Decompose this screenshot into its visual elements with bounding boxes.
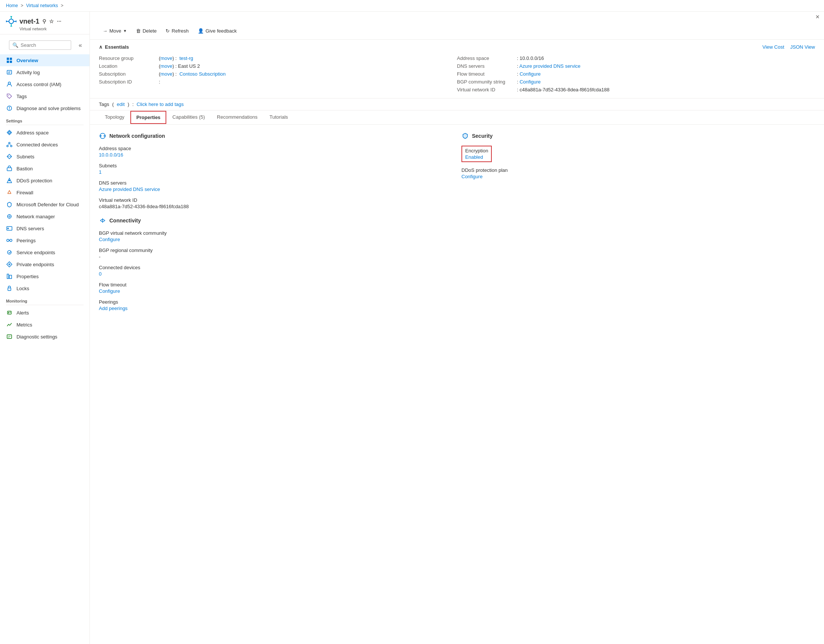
sidebar-item-service-endpoints[interactable]: Service endpoints <box>0 246 89 258</box>
sidebar-item-subnets[interactable]: Subnets <box>0 151 89 163</box>
tab-capabilities[interactable]: Capabilities (5) <box>166 111 211 124</box>
prop-vnet-id-value: c48a881a-7d52-4336-8dea-f8616fcda188 <box>99 204 452 209</box>
prop-subnets-value: 1 <box>99 169 452 175</box>
sidebar-item-access-control[interactable]: Access control (IAM) <box>0 78 89 90</box>
sidebar-item-ddos[interactable]: DDoS protection <box>0 174 89 186</box>
metrics-icon <box>6 321 13 328</box>
svg-rect-49 <box>10 312 11 313</box>
close-button[interactable]: × <box>815 13 819 21</box>
sidebar-item-activity-log[interactable]: Activity log <box>0 66 89 78</box>
essentials-subscription-move[interactable]: move <box>160 71 172 77</box>
monitoring-section-label: Monitoring <box>0 294 89 305</box>
sidebar-item-label-defender: Microsoft Defender for Cloud <box>17 202 78 207</box>
sidebar-item-dns-servers[interactable]: DNS servers <box>0 223 89 234</box>
sidebar-item-address-space[interactable]: Address space <box>0 126 89 138</box>
tab-recommendations[interactable]: Recommendations <box>211 111 263 124</box>
essentials-subscription-link[interactable]: Contoso Subscription <box>180 71 226 77</box>
sidebar-item-metrics[interactable]: Metrics <box>0 319 89 330</box>
svg-rect-50 <box>7 335 12 338</box>
essentials-toggle[interactable]: ∧ Essentials <box>99 44 129 50</box>
essentials-location-label: Location <box>99 63 159 69</box>
sidebar-item-label-overview: Overview <box>17 58 38 63</box>
essentials-bgp-link[interactable]: Configure <box>520 79 541 85</box>
prop-ddos-link[interactable]: Configure <box>461 174 483 179</box>
svg-point-20 <box>9 109 10 110</box>
tags-label: Tags <box>99 101 109 107</box>
prop-address-space-link[interactable]: 10.0.0.0/16 <box>99 152 123 158</box>
star-icon[interactable]: ☆ <box>49 18 54 25</box>
essentials-header: ∧ Essentials View Cost JSON View <box>99 44 815 50</box>
pin-icon[interactable]: ⚲ <box>42 18 46 25</box>
essentials-subscription-label: Subscription <box>99 71 159 77</box>
delete-button[interactable]: 🗑 Delete <box>132 26 161 35</box>
search-input[interactable] <box>21 42 68 48</box>
prop-flow-timeout-link[interactable]: Configure <box>99 288 120 294</box>
prop-subnets-link[interactable]: 1 <box>99 169 101 175</box>
prop-dns-link[interactable]: Azure provided DNS service <box>99 186 160 192</box>
view-cost-link[interactable]: View Cost <box>762 44 784 50</box>
collapse-button[interactable]: « <box>76 40 85 50</box>
essentials-rg-move-link[interactable]: move <box>160 55 172 61</box>
move-label: Move <box>109 28 121 34</box>
svg-rect-13 <box>7 71 12 74</box>
locks-icon <box>6 285 13 292</box>
sidebar-item-network-manager[interactable]: Network manager <box>0 211 89 223</box>
prop-bgp-community: BGP virtual network community Configure <box>99 230 452 242</box>
subnets-icon <box>6 153 13 160</box>
sidebar-item-label-firewall: Firewall <box>17 190 33 195</box>
sidebar-item-label-private-endpoints: Private endpoints <box>17 262 54 267</box>
sidebar-item-properties[interactable]: Properties <box>0 271 89 282</box>
tab-topology[interactable]: Topology <box>99 111 130 124</box>
prop-ddos-label: DDoS protection plan <box>461 168 815 173</box>
sidebar-item-label-alerts: Alerts <box>17 310 29 316</box>
tabs-bar: Topology Properties Capabilities (5) Rec… <box>90 111 824 124</box>
sidebar-item-overview[interactable]: Overview <box>0 54 89 66</box>
essentials-dns-value: : Azure provided DNS service <box>517 63 581 69</box>
sidebar-item-label-dns: DNS servers <box>17 226 44 231</box>
ddos-icon <box>6 177 13 184</box>
sidebar-item-tags[interactable]: Tags <box>0 90 89 102</box>
sidebar-item-bastion[interactable]: Bastion <box>0 163 89 174</box>
iam-icon <box>6 81 13 88</box>
essentials-vnetid-value: : c48a881a-7d52-4336-8dea-f8616fcda188 <box>517 87 609 92</box>
sidebar-item-diagnostic-settings[interactable]: Diagnostic settings <box>0 330 89 343</box>
tags-icon <box>6 93 13 100</box>
sidebar-item-connected-devices[interactable]: Connected devices <box>0 138 89 151</box>
sidebar: vnet-1 ⚲ ☆ ··· Virtual network 🔍 « Overv… <box>0 12 90 644</box>
sidebar-item-defender[interactable]: Microsoft Defender for Cloud <box>0 198 89 211</box>
essentials-flow-value: : Configure <box>517 71 541 77</box>
prop-encryption-link[interactable]: Enabled <box>465 154 483 160</box>
sidebar-item-firewall[interactable]: Firewall <box>0 186 89 198</box>
more-icon[interactable]: ··· <box>57 18 61 25</box>
move-button[interactable]: → Move ▼ <box>99 26 131 35</box>
essentials-dns-link[interactable]: Azure provided DNS service <box>520 63 581 69</box>
breadcrumb-virtual-networks[interactable]: Virtual networks <box>26 3 58 8</box>
prop-bgp-community-link[interactable]: Configure <box>99 237 120 242</box>
breadcrumb-home[interactable]: Home <box>6 3 18 8</box>
prop-ddos: DDoS protection plan Configure <box>461 168 815 179</box>
network-config-header: Network configuration <box>99 132 452 140</box>
json-view-link[interactable]: JSON View <box>790 44 815 50</box>
essentials-vnetid-row: Virtual network ID : c48a881a-7d52-4336-… <box>457 86 815 94</box>
tags-edit-link[interactable]: edit <box>117 101 125 107</box>
tags-add-link[interactable]: Click here to add tags <box>137 101 184 107</box>
tab-tutorials[interactable]: Tutorials <box>263 111 294 124</box>
refresh-button[interactable]: ↻ Refresh <box>162 26 192 35</box>
activity-icon <box>6 69 13 75</box>
prop-connected-devices-link[interactable]: 0 <box>99 271 101 277</box>
sidebar-item-private-endpoints[interactable]: Private endpoints <box>0 258 89 271</box>
essentials-flow-link[interactable]: Configure <box>520 71 541 77</box>
essentials-rg-value-link[interactable]: test-rg <box>180 55 193 61</box>
sidebar-item-locks[interactable]: Locks <box>0 282 89 294</box>
prop-peerings-link[interactable]: Add peerings <box>99 306 128 311</box>
sidebar-item-alerts[interactable]: Alerts <box>0 307 89 319</box>
feedback-button[interactable]: 👤 Give feedback <box>194 26 240 35</box>
firewall-icon <box>6 189 13 196</box>
essentials-location-move[interactable]: move <box>160 63 172 69</box>
sidebar-item-diagnose[interactable]: Diagnose and solve problems <box>0 102 89 114</box>
essentials-address-value: : 10.0.0.0/16 <box>517 55 544 61</box>
tab-properties[interactable]: Properties <box>130 111 166 124</box>
connectivity-header: Connectivity <box>99 217 452 224</box>
svg-marker-21 <box>7 130 12 135</box>
sidebar-item-peerings[interactable]: Peerings <box>0 234 89 246</box>
